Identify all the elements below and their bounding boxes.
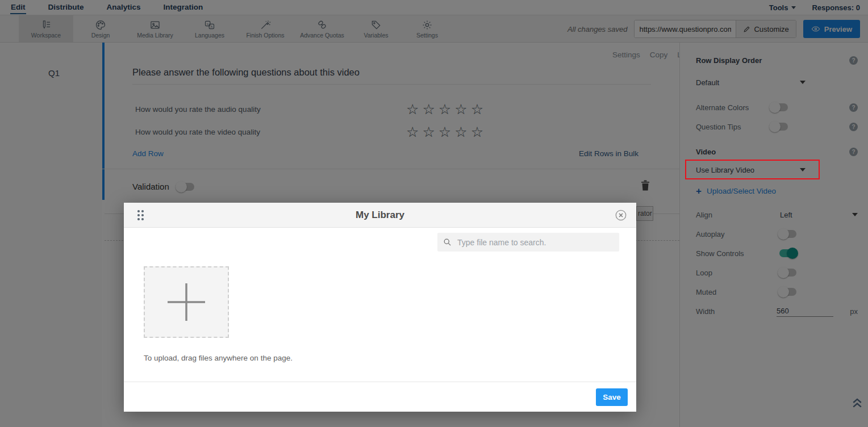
drag-handle-icon[interactable] xyxy=(137,210,144,221)
library-search-box xyxy=(437,233,619,252)
plus-icon xyxy=(165,281,207,323)
library-search-input[interactable] xyxy=(456,237,614,248)
close-icon[interactable] xyxy=(615,209,627,221)
modal-header: My Library xyxy=(124,203,636,228)
my-library-modal: My Library To upload, drag files anywher… xyxy=(124,203,636,412)
upload-tile[interactable] xyxy=(144,266,229,338)
questionpro-survey-editor: Edit Distribute Analytics Integration To… xyxy=(0,0,868,427)
modal-footer: Save xyxy=(124,382,636,412)
search-icon xyxy=(443,238,452,246)
upload-hint-text: To upload, drag files anywhere on the pa… xyxy=(144,354,293,362)
save-button[interactable]: Save xyxy=(596,388,628,406)
modal-title: My Library xyxy=(356,210,404,221)
